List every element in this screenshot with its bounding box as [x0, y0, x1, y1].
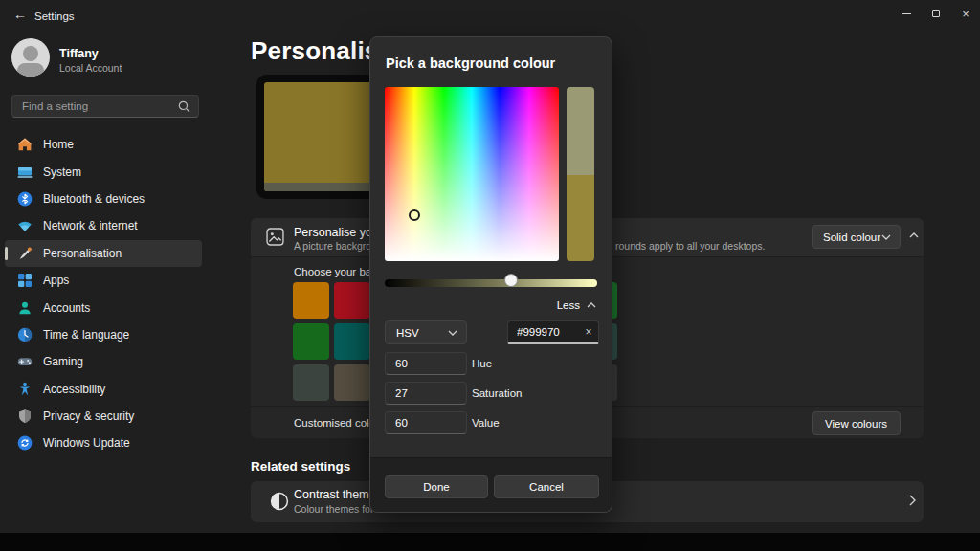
colour-swatch[interactable] — [293, 282, 329, 319]
view-colours-button[interactable]: View colours — [812, 411, 901, 435]
accounts-icon — [17, 300, 33, 316]
sidebar-item-apps[interactable]: Apps — [5, 267, 202, 294]
dialog-footer: Done Cancel — [370, 457, 612, 512]
saturation-label: Saturation — [472, 387, 522, 399]
colour-model-dropdown[interactable]: HSV — [385, 320, 467, 344]
back-button[interactable]: ← — [10, 6, 31, 23]
sidebar-item-network[interactable]: Network & internet — [5, 212, 202, 239]
sidebar-item-personalisation[interactable]: Personalisation — [5, 240, 202, 267]
contrast-themes-title: Contrast themes — [294, 488, 382, 501]
maximize-button[interactable] — [923, 5, 949, 22]
sidebar-nav: Home System Bluetooth & devices Network … — [5, 131, 202, 457]
chevron-down-icon — [881, 234, 891, 240]
hue-input[interactable] — [385, 352, 467, 375]
colour-swatch[interactable] — [334, 323, 370, 360]
chevron-down-icon — [448, 330, 457, 336]
close-icon: × — [962, 8, 969, 20]
background-row-subtitle-right: rounds apply to all your desktops. — [615, 240, 765, 252]
minimize-icon — [902, 13, 911, 14]
accessibility-icon — [17, 382, 33, 397]
colour-swatch[interactable] — [293, 323, 329, 360]
colour-swatch[interactable] — [293, 364, 329, 401]
desktop-edge-strip — [0, 533, 980, 551]
user-name: Tiffany — [59, 47, 99, 60]
colour-picker-dialog: Pick a background colour Less HSV × Hue … — [369, 36, 612, 513]
collapse-chevron-up-icon[interactable] — [909, 232, 919, 238]
value-input[interactable] — [385, 411, 467, 434]
customised-colours-label: Customised colou — [294, 417, 381, 429]
spectrum-selection-ring[interactable] — [409, 209, 420, 221]
contrast-icon — [270, 492, 289, 511]
sidebar-item-home[interactable]: Home — [5, 131, 202, 158]
account-type: Local Account — [59, 62, 122, 74]
avatar[interactable] — [11, 38, 50, 77]
saturation-input[interactable] — [385, 382, 467, 405]
value-label: Value — [472, 417, 500, 429]
maximize-icon — [932, 10, 940, 17]
value-slider-track[interactable] — [385, 279, 597, 287]
colour-spectrum[interactable] — [385, 87, 559, 261]
avatar-body-icon — [17, 63, 44, 77]
network-icon — [17, 218, 33, 233]
cancel-button[interactable]: Cancel — [494, 475, 599, 498]
personalisation-icon — [17, 246, 33, 261]
dialog-title: Pick a background colour — [386, 55, 555, 71]
value-slider-upper — [567, 87, 594, 175]
hue-label: Hue — [472, 358, 492, 369]
clear-hex-icon[interactable]: × — [579, 325, 598, 339]
minimize-button[interactable] — [893, 5, 920, 22]
sidebar-item-system[interactable]: System — [5, 158, 202, 185]
system-icon — [17, 165, 33, 180]
sidebar-item-windows-update[interactable]: Windows Update — [5, 430, 202, 456]
home-icon — [17, 137, 33, 152]
colour-swatch[interactable] — [334, 282, 370, 319]
sidebar-item-accessibility[interactable]: Accessibility — [5, 376, 202, 403]
window-title: Settings — [34, 11, 75, 22]
value-slider-vertical[interactable] — [567, 87, 594, 261]
background-mode-dropdown[interactable]: Solid colour — [812, 225, 901, 249]
gaming-icon — [17, 354, 33, 369]
privacy-icon — [17, 408, 33, 424]
hex-field-wrapper: × — [507, 320, 599, 344]
time-language-icon — [17, 327, 33, 342]
search-input[interactable]: Find a setting — [11, 95, 199, 118]
close-button[interactable]: × — [952, 5, 979, 22]
bluetooth-icon — [17, 191, 33, 207]
search-icon — [178, 100, 190, 113]
done-button[interactable]: Done — [385, 475, 488, 498]
colour-swatch[interactable] — [334, 364, 370, 401]
windows-update-icon — [17, 435, 33, 451]
sidebar-item-bluetooth[interactable]: Bluetooth & devices — [5, 186, 202, 212]
picture-icon — [266, 228, 284, 246]
less-toggle[interactable]: Less — [557, 299, 596, 311]
value-slider-thumb[interactable] — [504, 274, 518, 287]
sidebar-item-time-language[interactable]: Time & language — [5, 321, 202, 348]
avatar-head-icon — [23, 46, 38, 61]
sidebar-item-gaming[interactable]: Gaming — [5, 348, 202, 375]
related-settings-heading: Related settings — [251, 459, 350, 474]
chevron-up-icon — [587, 302, 596, 308]
search-placeholder: Find a setting — [22, 100, 178, 112]
hex-input[interactable] — [508, 326, 579, 338]
chevron-right-icon — [909, 495, 916, 506]
value-slider-lower — [567, 175, 594, 261]
apps-icon — [17, 273, 33, 288]
sidebar-item-privacy-security[interactable]: Privacy & security — [5, 403, 202, 430]
sidebar-item-accounts[interactable]: Accounts — [5, 294, 202, 320]
